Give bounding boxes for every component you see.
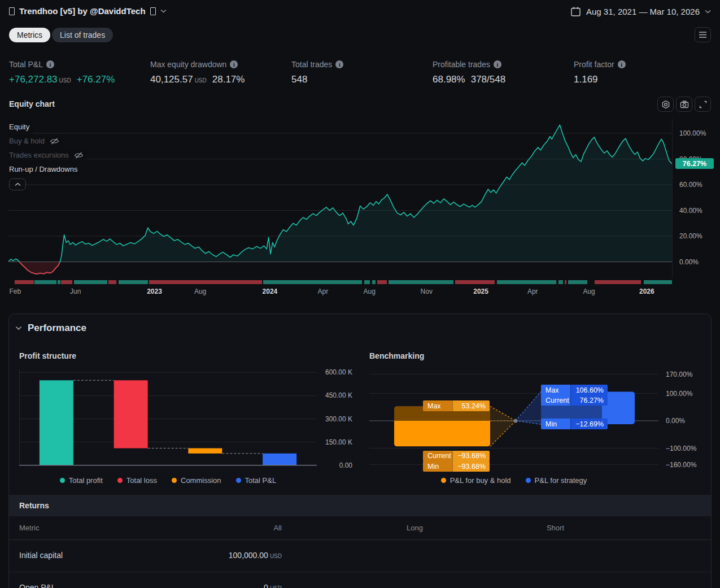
chart-settings-button[interactable] (657, 97, 674, 112)
legend-label: Trades excursions (9, 151, 69, 159)
badge-value: −12.69% (570, 419, 608, 429)
tab-list-of-trades[interactable]: List of trades (52, 28, 113, 42)
returns-table-header: Metric All Long Short (9, 516, 711, 540)
y-tick-label: 0.00 (321, 461, 352, 469)
stat-profit-factor: Profit factori 1.169 (574, 56, 709, 85)
badge-value: −93.68% (452, 461, 490, 472)
legend-item-runup-drawdowns[interactable]: Run-up / Drawdowns (8, 162, 81, 176)
equity-legend: Equity Buy & hold Trades excursions Run-… (8, 120, 87, 176)
badge-value: 106.60% (570, 385, 608, 395)
y-tick-label: 100.00% (679, 129, 706, 137)
info-icon[interactable]: i (46, 60, 54, 68)
legend-item-commission[interactable]: Commission (172, 476, 221, 485)
legend-label: Total profit (69, 476, 103, 485)
legend-item-p-l-for-strategy[interactable]: P&L for strategy (526, 476, 587, 485)
buyhold-min-badge: Min−93.68% (423, 461, 490, 472)
row-unit: USD (270, 553, 282, 559)
current-value-badge: 76.27% (675, 158, 714, 169)
stat-value: +76,272.83 (9, 74, 58, 85)
fullscreen-button[interactable] (695, 97, 711, 112)
strip-segment (58, 280, 60, 284)
strip-segment (15, 280, 34, 284)
report-layout-button[interactable] (695, 27, 711, 42)
column-metric: Metric (19, 524, 39, 532)
emoji-placeholder-icon (150, 7, 156, 15)
stat-total-trades: Total tradesi 548 (291, 56, 427, 85)
returns-title: Returns (19, 501, 49, 510)
column-all: All (274, 524, 282, 532)
equity-plot[interactable] (8, 119, 672, 278)
legend-dot-icon (441, 478, 446, 483)
y-tick-label: −160.00% (666, 461, 696, 469)
stat-label: Profitable trades (433, 60, 490, 69)
stat-label: Profit factor (574, 60, 614, 69)
row-value: 0 (264, 583, 268, 588)
legend-item-total-profit[interactable]: Total profit (60, 476, 103, 485)
benchmarking-title: Benchmarking (369, 351, 424, 360)
y-tick-label: 100.00% (666, 390, 692, 398)
benchmarking-chart[interactable] (369, 368, 658, 469)
info-icon[interactable]: i (335, 60, 343, 68)
x-tick-label: Apr (527, 288, 538, 295)
eye-hidden-icon[interactable] (50, 137, 59, 145)
legend-item-total-loss[interactable]: Total loss (117, 476, 157, 485)
legend-item-trades-excursions[interactable]: Trades excursions (8, 148, 87, 162)
strategy-title: Trendhoo [v5] by @DaviddTech (19, 6, 146, 16)
badge-key: Min (423, 461, 452, 472)
legend-item-total-p-l[interactable]: Total P&L (236, 476, 277, 485)
legend-label: Equity (9, 123, 29, 131)
strip-segment (119, 280, 148, 284)
stat-label: Total P&L (9, 60, 43, 69)
buyhold-max-badge: Max53.24% (423, 400, 490, 411)
strategy-title-dropdown[interactable]: Trendhoo [v5] by @DaviddTech (9, 6, 167, 16)
y-tick-label: 300.00 K (321, 415, 352, 423)
date-range-picker[interactable]: Aug 31, 2021 — Mar 10, 2026 (570, 6, 711, 17)
performance-title: Performance (28, 323, 86, 334)
x-tick-label: Apr (318, 288, 329, 295)
strip-segment (565, 280, 567, 284)
y-tick-label: 20.00% (679, 232, 702, 240)
strip-segment (74, 280, 107, 284)
legend-label: Commission (181, 476, 221, 485)
profit-structure-title: Profit structure (19, 351, 76, 360)
profit-structure-chart[interactable] (19, 368, 317, 469)
returns-section-header[interactable]: Returns (9, 495, 711, 516)
legend-item-equity[interactable]: Equity (8, 120, 33, 134)
tab-metrics[interactable]: Metrics (9, 28, 50, 42)
profit-structure-legend: Total profitTotal lossCommissionTotal P&… (19, 476, 317, 485)
stat-profitable-trades: Profitable tradesi 68.98%378/548 (433, 56, 568, 85)
legend-label: P&L for buy & hold (450, 476, 511, 485)
x-tick-label: Nov (421, 288, 433, 295)
benchmarking-svg (369, 368, 658, 469)
x-tick-label: Aug (364, 288, 376, 295)
strip-segment (263, 280, 362, 284)
y-tick-label: −100.00% (666, 445, 696, 452)
eye-hidden-icon[interactable] (74, 151, 84, 159)
strategy-current-badge: Current76.27% (541, 395, 608, 406)
badge-key: Max (423, 400, 452, 411)
stat-value: 1.169 (574, 74, 598, 85)
stat-label: Total trades (291, 60, 332, 69)
info-icon[interactable]: i (230, 60, 238, 68)
legend-item-p-l-for-buy-hold[interactable]: P&L for buy & hold (441, 476, 511, 485)
benchmarking-legend: P&L for buy & holdP&L for strategy (369, 476, 658, 485)
legend-dot-icon (236, 478, 241, 483)
info-icon[interactable]: i (618, 60, 626, 68)
strip-segment (595, 280, 641, 284)
legend-label: P&L for strategy (535, 476, 587, 485)
x-tick-label: Feb (9, 288, 21, 295)
stat-value: 40,125.57 (150, 74, 193, 85)
stat-value: 548 (291, 74, 307, 85)
strip-segment (558, 280, 563, 284)
performance-section-toggle[interactable]: Performance (15, 323, 86, 334)
legend-label: Total loss (126, 476, 157, 485)
snapshot-button[interactable] (676, 97, 692, 112)
chevron-down-icon (705, 10, 711, 14)
strip-segment (61, 280, 72, 284)
emoji-placeholder-icon (9, 7, 15, 15)
y-tick-label: 0.00% (666, 417, 685, 425)
info-icon[interactable]: i (494, 60, 501, 68)
legend-collapse-button[interactable] (9, 178, 26, 190)
stat-total-pnl: Total P&Li +76,272.83USD+76.27% (9, 56, 145, 85)
legend-item-buy-hold[interactable]: Buy & hold (8, 134, 63, 148)
